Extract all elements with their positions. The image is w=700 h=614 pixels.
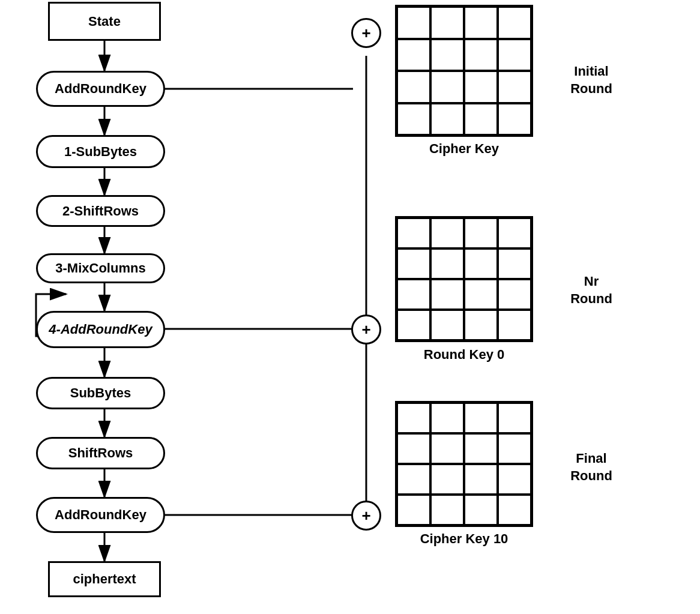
xor-initial-symbol: + (361, 24, 370, 43)
add-round-key-final-box: AddRoundKey (36, 497, 165, 533)
cipher-key-box (395, 5, 533, 137)
sub-bytes-final-box: SubBytes (36, 377, 165, 409)
xor-nr-symbol: + (361, 321, 370, 339)
cipher-key-label: Cipher Key (395, 141, 533, 157)
state-box: State (48, 2, 161, 41)
add-round-key-initial-label: AddRoundKey (55, 81, 146, 97)
xor-final-circle: + (351, 501, 381, 531)
ciphertext-label: ciphertext (73, 571, 136, 587)
add-round-key-4-label: 4-AddRoundKey (49, 322, 152, 337)
cipher-key-grid (397, 7, 531, 135)
add-round-key-initial-box: AddRoundKey (36, 71, 165, 107)
round-key-0-grid (397, 218, 531, 340)
state-label: State (88, 14, 121, 29)
mix-columns-3-label: 3-MixColumns (55, 260, 145, 276)
ciphertext-box: ciphertext (48, 561, 161, 597)
sub-bytes-1-box: 1-SubBytes (36, 135, 165, 168)
nr-round-label: NrRound (552, 273, 630, 307)
mix-columns-3-box: 3-MixColumns (36, 253, 165, 283)
add-round-key-final-label: AddRoundKey (55, 507, 146, 523)
round-key-0-box (395, 216, 533, 342)
cipher-key-10-grid (397, 403, 531, 525)
shift-rows-2-box: 2-ShiftRows (36, 195, 165, 227)
shift-rows-final-box: ShiftRows (36, 437, 165, 469)
sub-bytes-final-label: SubBytes (70, 385, 131, 401)
cipher-key-10-label: Cipher Key 10 (395, 531, 533, 547)
shift-rows-2-label: 2-ShiftRows (62, 203, 139, 219)
xor-final-symbol: + (361, 507, 370, 525)
xor-initial-circle: + (351, 18, 381, 48)
shift-rows-final-label: ShiftRows (68, 445, 133, 461)
cipher-key-10-box (395, 401, 533, 527)
initial-round-label: InitialRound (552, 63, 630, 97)
xor-nr-circle: + (351, 315, 381, 345)
final-round-label: FinalRound (552, 450, 630, 484)
diagram: State AddRoundKey 1-SubBytes 2-ShiftRows… (0, 0, 700, 614)
sub-bytes-1-label: 1-SubBytes (64, 144, 137, 160)
round-key-0-label: Round Key 0 (395, 347, 533, 363)
add-round-key-4-box: 4-AddRoundKey (36, 311, 165, 348)
